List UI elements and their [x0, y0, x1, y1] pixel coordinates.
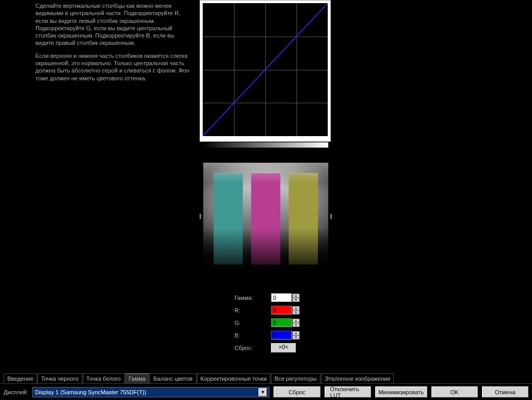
minimize-button[interactable]: Минимизировать	[375, 386, 427, 397]
g-input[interactable]	[271, 318, 292, 327]
gamma-controls: Гамма: ▲▼ R: ▲▼ G: ▲▼ B: ▲▼ Сброс: >0<	[234, 293, 328, 356]
gamma-test-pattern	[203, 163, 328, 272]
marker-right	[330, 214, 332, 219]
spin-up-icon[interactable]: ▲	[292, 319, 300, 323]
r-label: R:	[234, 307, 271, 313]
svg-line-0	[203, 3, 328, 136]
b-label: B:	[234, 332, 271, 338]
test-bar-b	[289, 173, 318, 264]
tab-все-регуляторы[interactable]: Все регуляторы	[271, 373, 320, 383]
instruction-p1: Сделайте вертикальные столбцы как можно …	[35, 2, 194, 47]
tab-введение[interactable]: Введение	[4, 373, 37, 383]
tab-баланс-цветов[interactable]: Баланс цветов	[150, 373, 196, 383]
gradient-ramp	[202, 142, 328, 148]
test-bar-r	[214, 173, 243, 264]
ok-button[interactable]: OK	[431, 386, 478, 397]
reset-all-button[interactable]: Сброс	[274, 386, 320, 397]
g-spinner[interactable]: ▲▼	[292, 319, 300, 327]
marker-left	[200, 214, 201, 219]
gamma-input[interactable]	[271, 293, 292, 302]
b-spinner[interactable]: ▲▼	[292, 331, 300, 340]
instructions-text: Сделайте вертикальные столбцы как можно …	[35, 2, 194, 87]
display-select[interactable]: Display 1 (Samsung SyncMaster 755DF(T)) …	[32, 387, 269, 397]
disable-lut-button[interactable]: Отключить LUT	[325, 386, 371, 397]
tab-гамма[interactable]: Гамма	[125, 373, 150, 383]
chevron-down-icon[interactable]: ▼	[258, 388, 267, 396]
spin-up-icon[interactable]: ▲	[292, 306, 300, 310]
spin-down-icon[interactable]: ▼	[292, 335, 300, 340]
gamma-spinner[interactable]: ▲▼	[292, 294, 300, 302]
tab-точка-черного[interactable]: Точка черного	[38, 373, 82, 383]
g-label: G:	[234, 320, 271, 326]
reset-label: Сброс:	[234, 345, 271, 351]
b-input[interactable]	[271, 331, 292, 340]
bottom-bar: Дисплей: Display 1 (Samsung SyncMaster 7…	[0, 383, 532, 400]
cancel-button[interactable]: Отмена	[482, 386, 528, 397]
gamma-curve-plot[interactable]	[203, 3, 328, 136]
tab-корректировочные-точки[interactable]: Корректировочные точки	[197, 373, 270, 383]
tab-точка-белого[interactable]: Точка белого	[83, 373, 125, 383]
spin-up-icon[interactable]: ▲	[292, 331, 300, 335]
spin-down-icon[interactable]: ▼	[292, 310, 300, 314]
test-bar-g	[251, 173, 280, 264]
gamma-label: Гамма:	[234, 295, 271, 301]
tab-эталонное-изображение[interactable]: Эталонное изображение	[321, 373, 394, 383]
display-selected-text: Display 1 (Samsung SyncMaster 755DF(T))	[35, 389, 146, 395]
spin-down-icon[interactable]: ▼	[292, 298, 300, 302]
tab-bar: ВведениеТочка черногоТочка белогоГаммаБа…	[4, 373, 394, 383]
reset-button[interactable]: >0<	[271, 343, 296, 353]
spin-up-icon[interactable]: ▲	[292, 294, 300, 298]
r-input[interactable]	[271, 306, 292, 314]
spin-down-icon[interactable]: ▼	[292, 323, 300, 327]
display-label: Дисплей:	[4, 389, 28, 395]
r-spinner[interactable]: ▲▼	[292, 306, 300, 314]
curve-line-icon	[203, 3, 328, 136]
gamma-curve-panel	[200, 0, 331, 142]
instruction-p2: Если верхняя и нижняя часть столбиков ок…	[35, 52, 194, 82]
